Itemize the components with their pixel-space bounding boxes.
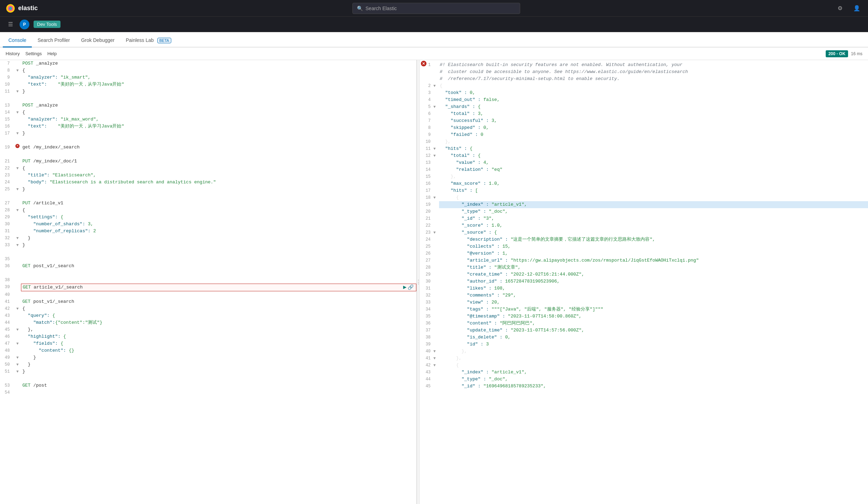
- output-content[interactable]: 1#! Elasticsearch built-in security feat…: [419, 60, 868, 504]
- tab-grok-debugger[interactable]: Grok Debugger: [76, 34, 120, 48]
- json-key: "timed_out" :: [440, 97, 481, 102]
- output-content-text: {: [439, 194, 868, 201]
- line-gutter: ✕: [14, 144, 21, 148]
- output-line: 18▼ {: [419, 194, 868, 201]
- output-fold-marker[interactable]: ▼: [433, 82, 439, 89]
- output-fold-marker: [433, 124, 439, 131]
- fold-marker[interactable]: ▼: [16, 207, 19, 214]
- output-fold-marker[interactable]: ▼: [433, 229, 439, 236]
- fold-marker[interactable]: ▼: [16, 305, 19, 312]
- settings-nav-icon[interactable]: ⚙: [834, 3, 846, 14]
- output-content-text: "tags" : """["Java", "后端", "服务器", "经验分享"…: [439, 306, 868, 313]
- json-key: "@timestamp" :: [440, 314, 505, 319]
- output-fold-marker[interactable]: ▼: [433, 152, 439, 159]
- json-val: "article_v1",: [489, 370, 527, 375]
- output-fold-marker[interactable]: ▼: [433, 362, 439, 369]
- output-line-number: 8: [419, 124, 433, 131]
- fold-marker[interactable]: ▼: [16, 67, 19, 74]
- json-val: "美好的一天，从学习Java开始": [47, 124, 124, 129]
- tab-search-profiler[interactable]: Search Profiler: [32, 34, 76, 48]
- search-bar[interactable]: 🔍 Search Elastic: [352, 3, 520, 14]
- fold-marker[interactable]: ▼: [16, 354, 19, 361]
- editor-line: 49▼ }: [0, 354, 416, 361]
- output-line: 12▼ "total" : {: [419, 152, 868, 159]
- elastic-logo[interactable]: elastic: [6, 3, 38, 13]
- line-number: 46: [0, 333, 14, 340]
- output-fold-marker[interactable]: ▼: [433, 145, 439, 152]
- json-val: 108,: [492, 286, 505, 291]
- help-button[interactable]: Help: [47, 50, 57, 58]
- editor-line: 28▼{: [0, 207, 416, 214]
- output-content-text: "id" : 3: [439, 341, 868, 348]
- output-line: 11▼ "hits" : {: [419, 145, 868, 152]
- user-nav-icon[interactable]: 👤: [851, 3, 862, 14]
- json-key: "fields":: [22, 341, 58, 346]
- fold-marker[interactable]: ▼: [16, 235, 19, 242]
- json-val: 4,: [481, 160, 489, 165]
- dev-tools-badge[interactable]: Dev Tools: [34, 21, 60, 28]
- json-val: 20,: [489, 300, 500, 305]
- line-number: 36: [0, 263, 14, 270]
- http-method: POST: [22, 103, 33, 108]
- line-number: 49: [0, 354, 14, 361]
- fold-marker[interactable]: ▼: [16, 109, 19, 116]
- fold-marker[interactable]: ▼: [16, 361, 19, 368]
- output-content-text: # /reference/7.17/security-minimal-setup…: [439, 75, 868, 82]
- json-val: {"content":"测试"}: [55, 320, 102, 325]
- line-content: "content": {}: [21, 347, 416, 354]
- editor-line: 39GET article_v1/_search▶🔗: [0, 284, 416, 291]
- output-line: 14 "relation" : "eq": [419, 166, 868, 173]
- output-line-number: 44: [419, 376, 433, 383]
- line-number: 30: [0, 221, 14, 228]
- editor-content[interactable]: 7POST _analyze8▼{9 "analyzer": "ik_smart…: [0, 60, 416, 504]
- line-number: 19: [0, 144, 14, 151]
- output-fold-marker[interactable]: ▼: [433, 355, 439, 362]
- run-button[interactable]: ▶: [403, 284, 407, 291]
- json-key: "comments" :: [440, 293, 500, 298]
- fold-marker[interactable]: ▼: [16, 165, 19, 172]
- output-fold-marker[interactable]: ▼: [433, 103, 439, 110]
- line-content: "analyzer": "ik_max_word",: [21, 116, 416, 123]
- line-number: 33: [0, 242, 14, 249]
- tab-console[interactable]: Console: [3, 34, 32, 48]
- line-gutter: ▼: [14, 88, 21, 95]
- fold-marker[interactable]: ▼: [16, 340, 19, 347]
- json-key: "id" :: [440, 342, 483, 347]
- nav-icons: ⚙ 👤: [834, 3, 862, 14]
- output-fold-marker[interactable]: ▼: [433, 348, 439, 355]
- fold-marker[interactable]: ▼: [16, 130, 19, 137]
- pane-divider[interactable]: ⋮: [417, 60, 419, 504]
- output-content-text: # cluster could be accessible to anyone.…: [439, 68, 868, 75]
- settings-button[interactable]: Settings: [25, 50, 42, 58]
- line-number: 51: [0, 368, 14, 375]
- json-val: {: [492, 230, 497, 235]
- line-content: "number_of_replicas": 2: [21, 228, 416, 235]
- history-button[interactable]: History: [6, 50, 20, 58]
- fold-marker[interactable]: ▼: [16, 326, 19, 333]
- close-output-button[interactable]: ✕: [421, 61, 426, 66]
- fold-marker[interactable]: ▼: [16, 368, 19, 375]
- line-content: "match":{"content":"测试"}: [21, 319, 416, 326]
- line-content: {: [21, 207, 416, 214]
- fold-marker[interactable]: ▼: [16, 242, 19, 249]
- output-fold-marker: [433, 173, 439, 180]
- json-key: "_id" :: [440, 216, 481, 221]
- fold-marker[interactable]: ▼: [16, 186, 19, 193]
- output-line-number: 21: [419, 215, 433, 222]
- line-number: 13: [0, 102, 14, 109]
- output-line-number: 10: [419, 138, 433, 145]
- json-val: false,: [481, 97, 500, 102]
- output-content-text: "max_score" : 1.0,: [439, 180, 868, 187]
- output-fold-marker: [433, 215, 439, 222]
- output-line: 7 "successful" : 3,: [419, 117, 868, 124]
- fold-marker[interactable]: ▼: [16, 88, 19, 95]
- editor-line: 44 "match":{"content":"测试"}: [0, 319, 416, 326]
- avatar-button[interactable]: P: [20, 20, 29, 29]
- hamburger-button[interactable]: ☰: [6, 20, 15, 29]
- link-icon[interactable]: 🔗: [408, 284, 414, 291]
- output-fold-marker[interactable]: ▼: [433, 194, 439, 201]
- line-number: 47: [0, 340, 14, 347]
- output-line: 19 "_index" : "article_v1",: [419, 201, 868, 208]
- json-val: {: [475, 104, 481, 109]
- tab-painless-lab[interactable]: Painless Lab BETA: [120, 34, 177, 48]
